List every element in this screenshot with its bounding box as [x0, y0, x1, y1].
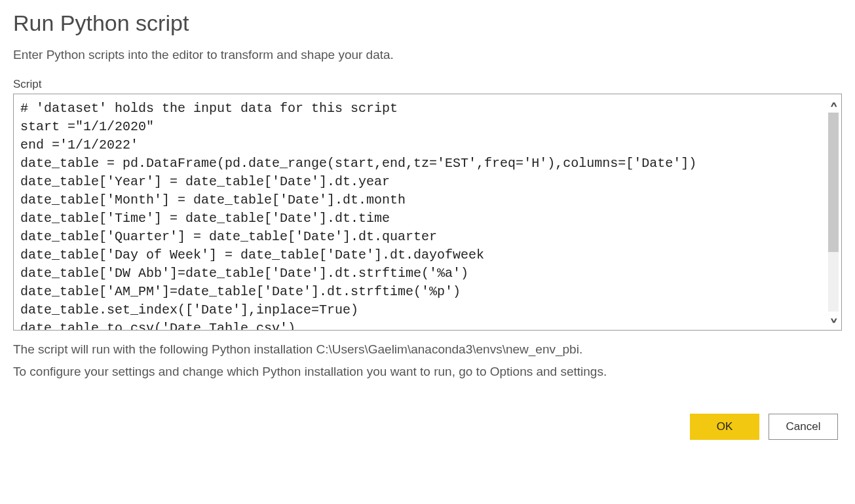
scroll-thumb[interactable]	[828, 113, 839, 252]
dialog-subtitle: Enter Python scripts into the editor to …	[13, 48, 842, 62]
dialog-button-row: OK Cancel	[13, 414, 842, 440]
script-field-label: Script	[13, 78, 842, 91]
ok-button[interactable]: OK	[690, 414, 759, 440]
script-container: ∧ ∨	[13, 94, 842, 331]
script-editor[interactable]	[14, 94, 826, 330]
scroll-up-icon[interactable]: ∧	[829, 101, 838, 108]
options-settings-hint: To configure your settings and change wh…	[13, 362, 842, 382]
cancel-button[interactable]: Cancel	[769, 414, 838, 440]
run-python-script-dialog: Run Python script Enter Python scripts i…	[13, 10, 842, 440]
scroll-track[interactable]	[828, 113, 839, 312]
dialog-title: Run Python script	[13, 10, 842, 36]
scroll-down-icon[interactable]: ∨	[829, 317, 838, 324]
scrollbar[interactable]: ∧ ∨	[826, 94, 841, 330]
python-install-path-text: The script will run with the following P…	[13, 340, 842, 359]
